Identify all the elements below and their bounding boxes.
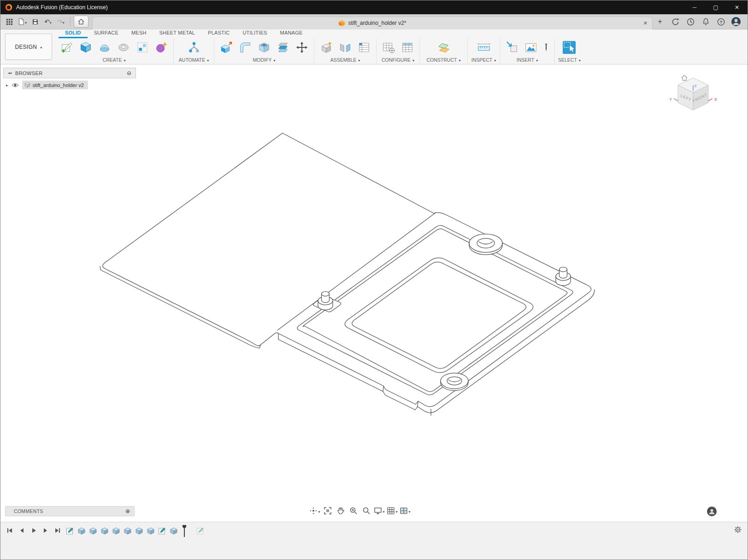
timeline-track[interactable] [66,525,205,537]
history-button[interactable] [685,17,695,27]
add-comment-button[interactable]: ⊕ [125,508,130,514]
tool-insert-canvas[interactable] [522,39,540,56]
job-status-button[interactable] [670,17,680,27]
group-dropdown-construct[interactable]: CONSTRUCT [427,56,461,63]
tool-configure[interactable] [380,39,397,56]
redo-button[interactable]: ↷ [55,16,67,28]
timeline-feature-extrude[interactable] [77,527,86,535]
timeline-feature-extrude[interactable] [89,527,97,535]
tool-insert-derive[interactable] [503,39,521,56]
comments-bar[interactable]: COMMENTS ⊕ [5,506,135,516]
orbit-tool[interactable] [309,505,320,516]
tab-sheet-metal[interactable]: SHEET METAL [153,30,202,38]
close-tab-button[interactable]: ✕ [643,20,648,26]
tool-bom-table[interactable] [355,39,373,56]
tool-create-sketch[interactable] [58,39,76,56]
group-dropdown-automate[interactable]: AUTOMATE [179,56,209,63]
tool-press-pull[interactable] [218,39,235,56]
save-button[interactable] [29,16,41,28]
app-grid-menu-button[interactable] [3,16,15,28]
tool-select[interactable] [560,39,578,56]
tool-fillet[interactable] [236,39,254,56]
notifications-button[interactable] [701,17,711,27]
timeline-feature-extrude[interactable] [100,527,109,535]
tool-combine[interactable] [274,39,292,56]
timeline-position-marker[interactable] [182,525,187,537]
group-dropdown-create[interactable]: CREATE [103,56,126,63]
timeline-settings-button[interactable] [734,525,742,535]
zoom-tool[interactable] [361,505,372,516]
tool-automate[interactable] [185,39,203,56]
timeline-feature-extrude[interactable] [124,527,132,535]
display-settings[interactable] [374,505,385,516]
timeline-feature-extrude[interactable] [170,527,178,535]
close-window-button[interactable]: ✕ [726,0,748,14]
home-view-button[interactable] [74,16,88,28]
tab-utilities[interactable]: UTILITIES [236,30,273,38]
tool-coil[interactable] [115,39,132,56]
assistant-button[interactable] [707,506,717,517]
tool-insert-fastener[interactable] [541,39,551,56]
undo-button[interactable]: ↶ [42,16,54,28]
avatar[interactable] [731,17,741,27]
play-button[interactable] [28,525,39,536]
tab-manage[interactable]: MANAGE [274,30,309,38]
group-dropdown-assemble[interactable]: ASSEMBLE [330,56,360,63]
tool-configuration-table[interactable] [399,39,416,56]
tool-revolve[interactable] [96,39,113,56]
grid-display[interactable] [387,505,398,516]
group-dropdown-configure[interactable]: CONFIGURE [382,56,414,63]
tool-measure[interactable] [475,39,493,56]
viewports[interactable] [400,505,411,516]
tool-new-component[interactable] [318,39,335,56]
step-back-button[interactable] [16,525,27,536]
workspace-selector[interactable]: DESIGN [5,34,52,60]
minimize-button[interactable]: ─ [684,0,705,14]
tab-mesh[interactable]: MESH [125,30,153,38]
browser-hide-button[interactable]: ⊖ [127,70,131,76]
component-node[interactable]: stift_arduino_holder v2 [22,81,88,89]
tool-move-copy[interactable] [293,39,311,56]
chevron-down-icon [124,57,125,63]
tool-joint[interactable] [336,39,354,56]
timeline-feature-sketch[interactable] [66,527,74,535]
new-tab-button[interactable]: + [654,16,666,27]
viewport-canvas[interactable] [0,65,748,521]
tool-pattern[interactable] [134,39,151,56]
construct-plane-icon [437,41,451,54]
maximize-button[interactable]: ▢ [705,0,726,14]
browser-collapse-button[interactable]: ◂◂ [8,71,12,75]
tab-solid[interactable]: SOLID [59,30,88,38]
avatar [731,17,741,27]
timeline-feature-extrude[interactable] [147,527,155,535]
zoom-window-tool[interactable] [348,505,359,516]
timeline-feature-extrude[interactable] [135,527,143,535]
tool-create-form[interactable] [153,39,170,56]
timeline-feature-sketch[interactable] [158,527,166,535]
tool-extrude[interactable] [77,39,94,56]
group-dropdown-insert[interactable]: INSERT [517,56,538,63]
timeline-feature-sketch-suppressed[interactable] [196,527,205,535]
tool-shell[interactable] [255,39,273,56]
file-menu-button[interactable] [16,16,28,28]
group-dropdown-modify[interactable]: MODIFY [253,56,276,63]
visibility-toggle[interactable] [11,81,20,90]
step-forward-button[interactable] [40,525,51,536]
fit-view[interactable] [322,505,333,516]
group-dropdown-select[interactable]: SELECT [558,56,581,63]
document-tab[interactable]: stift_arduino_holder v2* ✕ [92,17,653,29]
tool-offset-plane[interactable] [435,39,453,56]
tab-surface[interactable]: SURFACE [88,30,125,38]
help-button[interactable]: ? [716,17,726,27]
timeline-feature-extrude[interactable] [112,527,120,535]
go-to-start-button[interactable] [4,525,15,536]
viewcube[interactable]: LEFT FRONT X Y Z [668,74,721,118]
browser-root-row[interactable]: ▸ stift_arduino_holder v2 [3,79,136,91]
group-dropdown-inspect[interactable]: INSPECT [471,56,496,63]
gear-icon [734,525,742,534]
expand-node-icon[interactable]: ▸ [6,83,8,88]
tab-plastic[interactable]: PLASTIC [201,30,236,38]
go-to-end-button[interactable] [52,525,63,536]
document-title: stift_arduino_holder v2* [348,20,406,26]
pan-tool[interactable] [335,505,346,516]
